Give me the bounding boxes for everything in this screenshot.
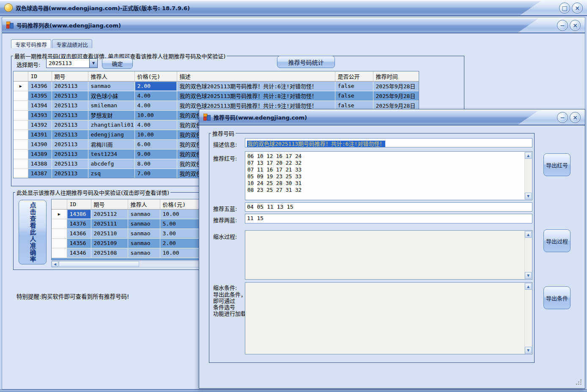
row-selector[interactable] <box>14 149 28 159</box>
table-row[interactable]: 143762025111sanmao5.00 <box>52 219 199 229</box>
cell[interactable]: 14356 <box>67 238 91 248</box>
export-condition-button[interactable]: 导出条件 <box>543 286 571 309</box>
column-header[interactable]: 推荐人 <box>88 71 134 81</box>
cell[interactable]: 10.00 <box>160 209 199 219</box>
column-header[interactable]: 推荐时间 <box>373 71 419 81</box>
maximize-button[interactable]: □ <box>559 3 570 14</box>
column-header[interactable]: 描述 <box>177 71 335 81</box>
cell[interactable]: 14390 <box>28 139 52 149</box>
cell[interactable]: 4.00 <box>134 120 177 130</box>
cell[interactable]: 14389 <box>28 149 52 159</box>
table-row[interactable]: 143662025110sanmao3.00 <box>52 229 199 238</box>
column-header[interactable]: 期号 <box>91 199 128 209</box>
column-header[interactable]: 推荐人 <box>128 199 160 209</box>
export-red-button[interactable]: 导出红号 <box>543 153 571 176</box>
row-selector[interactable] <box>52 238 67 248</box>
close-button[interactable]: × <box>572 3 583 14</box>
scroll-left-icon[interactable]: ◀ <box>52 261 58 267</box>
cell[interactable]: 14396 <box>28 81 52 91</box>
cell[interactable]: 8.00 <box>134 159 177 169</box>
minimize-button[interactable]: − <box>557 20 568 31</box>
cell[interactable]: sanmao <box>128 248 160 258</box>
cell[interactable]: 2025112 <box>91 209 128 219</box>
cell[interactable]: 5.00 <box>160 219 199 229</box>
cell[interactable]: 2025110 <box>91 229 128 238</box>
cell[interactable]: 2025113 <box>52 101 88 110</box>
cell[interactable]: 10.00 <box>134 130 177 139</box>
cell[interactable]: sanmao <box>128 238 160 248</box>
row-selector[interactable] <box>14 159 28 169</box>
table-row[interactable]: ▶143962025113sanmao2.00我的双色球2025113期号码推荐… <box>14 81 419 91</box>
desc-field[interactable]: 我的双色球2025113期号码推荐！共计:6注!对错勿怪！ <box>245 138 532 147</box>
column-header[interactable]: 是否公开 <box>335 71 373 81</box>
cell[interactable]: zhangtianli01 <box>88 120 134 130</box>
scroll-up-icon[interactable]: ▲ <box>525 231 532 238</box>
process-area[interactable]: ▲ ▼ <box>245 230 532 280</box>
cell[interactable]: 2.00 <box>160 238 199 248</box>
row-selector[interactable] <box>14 169 28 178</box>
cell[interactable]: 2.00 <box>134 81 177 91</box>
red-numbers-area[interactable]: 06 10 12 16 17 24 07 13 17 20 22 32 07 1… <box>245 151 532 200</box>
cell[interactable]: 4.00 <box>134 101 177 110</box>
cell[interactable]: 我的双色球2025113期号码推荐！共计:6注!对错勿怪！ <box>177 81 335 91</box>
cell[interactable]: 我的双色球2025113期号码推荐！共计:8注!对错勿怪！ <box>177 91 335 101</box>
scroll-up-icon[interactable]: ▲ <box>525 283 532 290</box>
cell[interactable]: 6.00 <box>134 139 177 149</box>
row-selector[interactable] <box>14 110 28 120</box>
cell[interactable]: 2025年9月28日 <box>373 81 419 91</box>
two-blue-field[interactable]: 11 15 <box>245 214 532 223</box>
vertical-scrollbar[interactable]: ▲ ▼ <box>524 283 532 354</box>
row-selector[interactable] <box>52 229 67 238</box>
close-button[interactable]: × <box>570 20 581 31</box>
cell[interactable]: 2025111 <box>91 219 128 229</box>
row-selector[interactable]: ▶ <box>14 81 28 91</box>
cell[interactable]: false <box>335 81 373 91</box>
column-header[interactable]: 价格(元) <box>134 71 177 81</box>
cell[interactable]: sanmao <box>128 219 160 229</box>
cell[interactable]: 14376 <box>67 219 91 229</box>
cell[interactable]: 14387 <box>28 169 52 178</box>
vertical-scrollbar[interactable]: ▲ ▼ <box>524 231 532 279</box>
accuracy-button[interactable]: 点击查看此人准确率 <box>19 200 47 264</box>
history-horizontal-scrollbar[interactable]: ◀ <box>51 261 199 267</box>
cell[interactable]: 君梅川雨 <box>88 139 134 149</box>
dialog-minimize-button[interactable]: − <box>557 112 568 123</box>
cell[interactable]: 14346 <box>67 248 91 258</box>
row-selector[interactable] <box>14 139 28 149</box>
cell[interactable]: 2025109 <box>91 238 128 248</box>
row-selector[interactable] <box>14 91 28 101</box>
column-header[interactable]: 期号 <box>52 71 88 81</box>
resize-grip[interactable] <box>576 380 582 385</box>
tab-expert-compare[interactable]: 专家战绩对比 <box>52 39 92 48</box>
cell[interactable]: 14391 <box>28 130 52 139</box>
cell[interactable]: test1234 <box>88 149 134 159</box>
cell[interactable]: 2025108 <box>91 248 128 258</box>
cell[interactable]: 2025113 <box>52 81 88 91</box>
cell[interactable]: sanmao <box>128 209 160 219</box>
cell[interactable]: 10.00 <box>160 248 199 258</box>
row-selector[interactable] <box>52 219 67 229</box>
cell[interactable]: smileman <box>88 101 134 110</box>
cell[interactable]: 2025113 <box>52 110 88 120</box>
cell[interactable]: 14366 <box>67 229 91 238</box>
table-row[interactable]: 143562025109sanmao2.00 <box>52 238 199 248</box>
cell[interactable]: 2025113 <box>52 149 88 159</box>
cell[interactable]: 梦想发财 <box>88 110 134 120</box>
column-header[interactable]: 价格(元) <box>160 199 199 209</box>
cell[interactable]: 2025113 <box>52 130 88 139</box>
cell[interactable]: 14393 <box>28 110 52 120</box>
cell[interactable]: 10.00 <box>134 110 177 120</box>
column-header[interactable]: ID <box>28 71 52 81</box>
scrollbar-thumb[interactable] <box>59 261 139 267</box>
table-row[interactable]: ▶143862025112sanmao10.00 <box>52 209 199 219</box>
row-selector[interactable] <box>14 130 28 139</box>
cell[interactable]: 2025113 <box>52 169 88 178</box>
cell[interactable]: zsq <box>88 169 134 178</box>
confirm-button[interactable]: 确定 <box>102 58 133 69</box>
condition-area[interactable]: ▲ ▼ <box>245 282 532 354</box>
row-selector[interactable]: ▶ <box>52 209 67 219</box>
cell[interactable]: 14395 <box>28 91 52 101</box>
scroll-down-icon[interactable]: ▼ <box>525 272 532 279</box>
row-selector[interactable] <box>14 120 28 130</box>
cell[interactable]: edengjiang <box>88 130 134 139</box>
